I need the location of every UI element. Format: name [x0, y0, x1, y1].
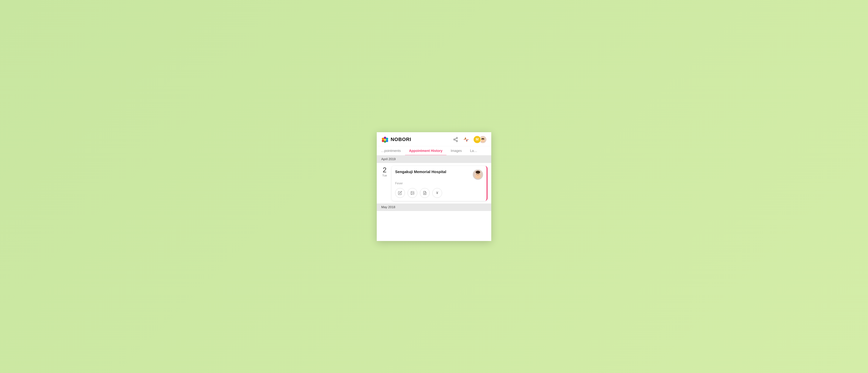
- avatar-m: M: [473, 136, 481, 143]
- images-button[interactable]: [407, 188, 417, 198]
- svg-point-29: [411, 192, 412, 193]
- svg-point-0: [382, 139, 384, 142]
- svg-point-25: [478, 174, 479, 174]
- section-header-april-2019: April 2019: [377, 156, 491, 163]
- svg-point-27: [478, 174, 479, 175]
- date-day: 2: [383, 167, 386, 173]
- document-button[interactable]: [420, 188, 430, 198]
- app-container: NOBORI M: [377, 132, 491, 241]
- share-button[interactable]: [452, 136, 459, 143]
- svg-point-24: [477, 174, 477, 174]
- card-top: Sengakuji Memorial Hospital: [395, 169, 483, 180]
- svg-point-4: [384, 137, 386, 139]
- condition-text: Fever: [395, 182, 483, 185]
- header: NOBORI M: [377, 132, 491, 146]
- svg-point-23: [475, 174, 481, 178]
- activity-button[interactable]: [462, 136, 470, 143]
- doctor-face-icon: [473, 169, 483, 180]
- svg-point-13: [466, 140, 468, 141]
- card-actions: ¥: [395, 188, 483, 198]
- tab-appointment-history[interactable]: Appointment History: [405, 146, 446, 155]
- svg-point-3: [382, 138, 384, 140]
- date-column: 2 Tue: [380, 166, 389, 177]
- share-icon: [453, 137, 458, 142]
- svg-point-6: [384, 139, 386, 141]
- tab-bar: …pointments Appointment History Images L…: [377, 146, 491, 156]
- tab-images[interactable]: Images: [446, 146, 466, 155]
- appointment-row: 2 Tue Sengakuji Memorial Hospital: [377, 163, 491, 203]
- images-icon: [410, 191, 414, 195]
- header-actions: M: [452, 136, 487, 143]
- hospital-name: Sengakuji Memorial Hospital: [395, 169, 470, 174]
- logo-area: NOBORI: [381, 136, 411, 143]
- document-icon: [423, 191, 427, 195]
- svg-point-18: [482, 139, 483, 139]
- appointment-card: Sengakuji Memorial Hospital F: [392, 166, 488, 201]
- svg-point-5: [386, 138, 389, 140]
- svg-point-26: [476, 174, 477, 175]
- section-header-may-2018: May 2018: [377, 203, 491, 211]
- date-weekday: Tue: [382, 174, 387, 177]
- user-avatars[interactable]: M: [473, 136, 487, 143]
- svg-point-17: [481, 139, 485, 142]
- yen-button[interactable]: ¥: [432, 188, 442, 198]
- svg-point-2: [386, 139, 389, 142]
- tab-appointments[interactable]: …pointments: [377, 146, 405, 155]
- tab-lab[interactable]: La…: [466, 146, 481, 155]
- doctor-avatar: [473, 169, 483, 180]
- app-name: NOBORI: [391, 137, 411, 142]
- activity-icon: [463, 137, 469, 142]
- svg-line-11: [455, 138, 456, 139]
- nobori-logo-icon: [381, 136, 389, 143]
- svg-line-10: [455, 140, 456, 141]
- svg-point-12: [465, 138, 466, 139]
- yen-icon: ¥: [436, 191, 438, 195]
- svg-point-19: [483, 139, 484, 139]
- svg-point-22: [476, 171, 480, 173]
- edit-icon: [398, 191, 402, 195]
- edit-button[interactable]: [395, 188, 405, 198]
